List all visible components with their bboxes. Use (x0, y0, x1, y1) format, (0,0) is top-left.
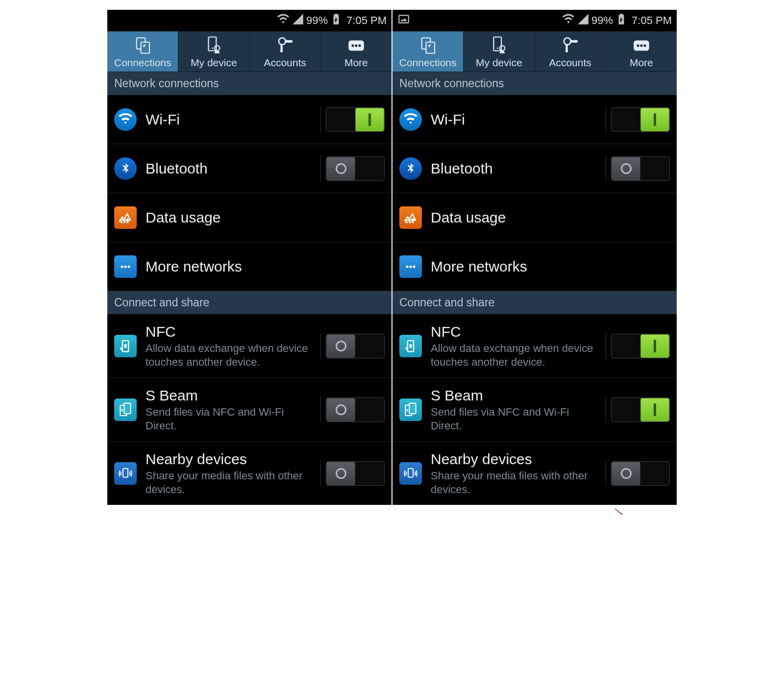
more-networks-title: More networks (431, 258, 670, 275)
svg-point-8 (280, 50, 283, 52)
battery-percent: 99% (591, 14, 613, 27)
svg-rect-6 (285, 40, 293, 43)
svg-point-18 (127, 265, 130, 268)
section-connect-share: Connect and share (107, 291, 392, 314)
nearby-title: Nearby devices (431, 450, 601, 468)
battery-percent: 99% (306, 14, 328, 27)
row-wifi[interactable]: Wi-Fi (392, 95, 677, 144)
svg-point-42 (409, 265, 412, 268)
clock: 7:05 PM (632, 14, 672, 27)
toggle-divider (320, 106, 321, 133)
row-wifi[interactable]: Wi-Fi (107, 95, 392, 144)
nfc-toggle[interactable] (326, 334, 385, 358)
toggle-divider (606, 106, 606, 133)
svg-point-12 (358, 44, 361, 47)
nearby-title: Nearby devices (146, 450, 316, 468)
svg-rect-22 (124, 403, 130, 413)
tab-more[interactable]: More (321, 31, 392, 72)
svg-point-10 (351, 44, 354, 47)
svg-point-3 (212, 48, 213, 49)
nearby-toggle[interactable] (611, 461, 670, 486)
nearby-toggle[interactable] (326, 461, 385, 486)
tab-my-device[interactable]: My device (464, 31, 535, 72)
tab-accounts[interactable]: Accounts (535, 31, 606, 72)
svg-point-41 (406, 265, 408, 268)
toggle-divider (606, 333, 606, 359)
svg-point-36 (640, 44, 642, 47)
bluetooth-toggle[interactable] (611, 156, 670, 181)
tab-more-label: More (344, 57, 368, 69)
phone-screen-1: 99% 7:05 PM Connections My device Accoun… (392, 10, 677, 505)
toggle-divider (320, 460, 321, 487)
tab-connections[interactable]: Connections (107, 31, 178, 72)
section-connect-share: Connect and share (392, 291, 677, 314)
clock: 7:05 PM (346, 14, 387, 27)
svg-point-28 (497, 48, 498, 49)
svg-point-30 (564, 38, 571, 45)
svg-rect-31 (570, 40, 578, 43)
tab-connections-label: Connections (114, 57, 172, 69)
battery-icon (615, 13, 628, 28)
status-bar: 99% 7:05 PM (107, 10, 392, 31)
tab-accounts[interactable]: Accounts (250, 31, 321, 72)
tab-connections-label: Connections (399, 57, 457, 69)
settings-tabs: Connections My device Accounts More (392, 31, 677, 72)
nfc-subtitle: Allow data exchange when device touches … (146, 342, 316, 369)
row-nfc[interactable]: NFC Allow data exchange when device touc… (107, 314, 392, 378)
row-data-usage[interactable]: Data usage (107, 193, 392, 242)
wifi-status-icon (277, 13, 290, 28)
tab-my-device[interactable]: My device (178, 31, 249, 72)
toggle-divider (606, 155, 606, 182)
section-network-connections: Network connections (392, 72, 677, 95)
status-bar: 99% 7:05 PM (392, 10, 677, 31)
row-nearby-devices[interactable]: Nearby devices Share your media files wi… (392, 442, 677, 505)
signal-icon (292, 13, 304, 28)
tab-my-device-label: My device (191, 57, 237, 69)
svg-rect-20 (124, 344, 127, 348)
tab-more[interactable]: More (606, 31, 677, 72)
svg-point-5 (279, 38, 286, 45)
sbeam-subtitle: Send files via NFC and Wi-Fi Direct. (431, 405, 601, 432)
row-sbeam[interactable]: S Beam Send files via NFC and Wi-Fi Dire… (107, 378, 392, 442)
row-bluetooth[interactable]: Bluetooth (392, 144, 677, 193)
wifi-title: Wi-Fi (431, 111, 601, 128)
toggle-divider (320, 397, 321, 423)
sbeam-title: S Beam (146, 387, 316, 404)
svg-rect-1 (141, 42, 150, 53)
svg-point-35 (637, 44, 639, 47)
sbeam-subtitle: Send files via NFC and Wi-Fi Direct. (146, 405, 316, 432)
row-nfc[interactable]: NFC Allow data exchange when device touc… (392, 314, 677, 378)
wifi-toggle[interactable] (326, 107, 385, 132)
nfc-toggle[interactable] (611, 334, 670, 358)
nfc-title: NFC (431, 323, 601, 341)
svg-point-16 (121, 265, 123, 268)
svg-rect-14 (123, 219, 125, 223)
tab-my-device-label: My device (476, 57, 522, 69)
bluetooth-toggle[interactable] (326, 156, 385, 181)
svg-rect-24 (399, 15, 409, 23)
row-bluetooth[interactable]: Bluetooth (107, 144, 392, 193)
wifi-title: Wi-Fi (146, 111, 316, 128)
sbeam-toggle[interactable] (326, 398, 385, 422)
row-more-networks[interactable]: More networks (392, 242, 677, 291)
toggle-divider (606, 460, 606, 487)
sbeam-toggle[interactable] (611, 398, 670, 422)
svg-rect-38 (406, 221, 408, 223)
tab-more-label: More (630, 57, 653, 69)
tab-connections[interactable]: Connections (392, 31, 464, 72)
svg-rect-40 (412, 218, 414, 223)
wifi-toggle[interactable] (611, 107, 670, 132)
row-sbeam[interactable]: S Beam Send files via NFC and Wi-Fi Dire… (392, 378, 677, 442)
svg-point-29 (500, 46, 505, 51)
svg-rect-48 (408, 469, 413, 477)
data-usage-title: Data usage (146, 209, 385, 226)
row-nearby-devices[interactable]: Nearby devices Share your media files wi… (107, 442, 392, 505)
settings-tabs: Connections My device Accounts More (107, 31, 392, 72)
row-more-networks[interactable]: More networks (107, 242, 392, 291)
row-data-usage[interactable]: Data usage (392, 193, 677, 242)
data-usage-title: Data usage (431, 209, 670, 226)
svg-point-43 (413, 265, 415, 268)
toggle-divider (320, 155, 321, 182)
toggle-divider (320, 333, 321, 359)
svg-rect-26 (426, 42, 435, 53)
